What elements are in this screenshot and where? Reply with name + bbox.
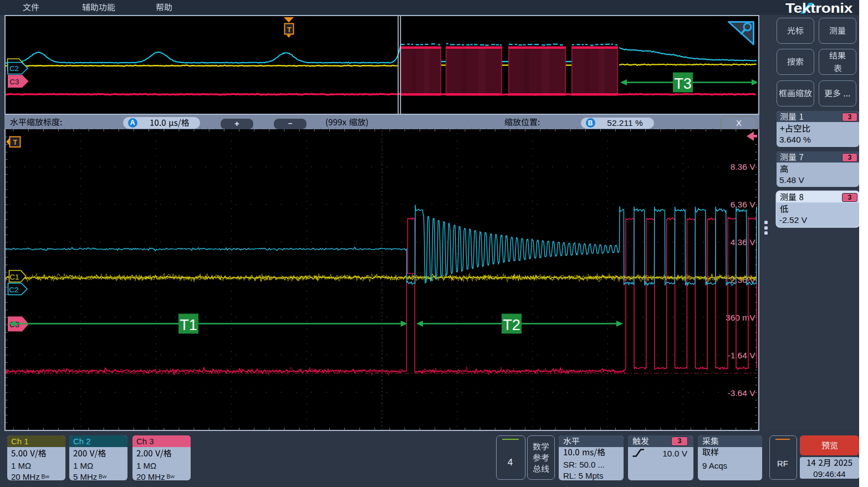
svg-text:-1.64 V: -1.64 V	[728, 351, 756, 360]
svg-text:T: T	[287, 26, 292, 34]
svg-text:C2: C2	[9, 286, 18, 294]
svg-text:T2: T2	[503, 317, 520, 333]
svg-text:4.36 V: 4.36 V	[731, 237, 755, 247]
svg-text:8.36 V: 8.36 V	[731, 162, 755, 171]
svg-text:C1: C1	[9, 273, 19, 281]
svg-text:360 mV: 360 mV	[726, 313, 755, 322]
svg-text:6.36 V: 6.36 V	[731, 200, 755, 209]
svg-text:T: T	[13, 138, 17, 146]
svg-text:-3.64 V: -3.64 V	[728, 388, 756, 398]
svg-text:T3: T3	[674, 75, 692, 92]
svg-text:C3: C3	[9, 78, 19, 86]
svg-text:C2: C2	[9, 64, 19, 73]
svg-text:T1: T1	[180, 317, 197, 333]
